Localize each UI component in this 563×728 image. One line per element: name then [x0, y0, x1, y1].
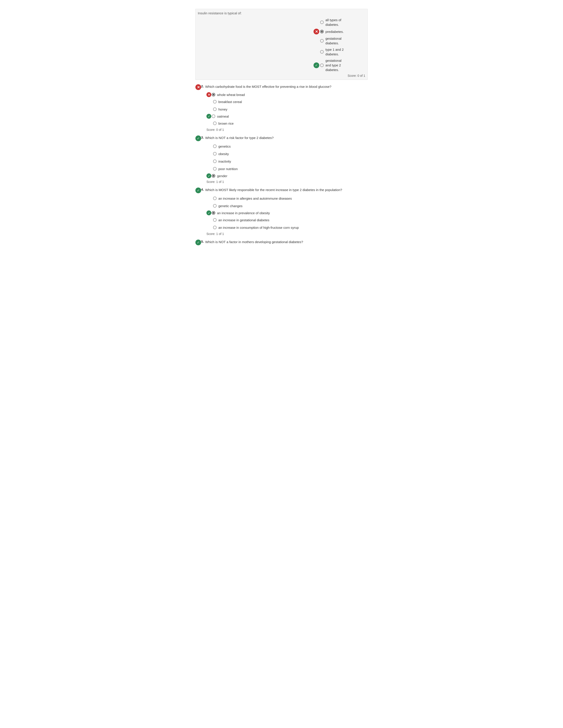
- q4-number: 4.: [201, 188, 204, 191]
- option-label: gender: [217, 174, 227, 178]
- radio-unselected[interactable]: [213, 107, 216, 111]
- option-row: inactivity: [206, 158, 368, 164]
- question-4-block: ✓ 4. Which is MOST likely responsible fo…: [195, 188, 368, 236]
- option-row: ✓ oatmeal: [206, 114, 368, 119]
- option-label: gestationaland type 2diabetes.: [326, 58, 365, 72]
- spacer: [206, 151, 212, 157]
- top-question-section: Insulin resistance is typical of: all ty…: [195, 9, 368, 80]
- radio-selected[interactable]: [320, 30, 324, 33]
- option-label: honey: [218, 107, 227, 112]
- question-4-header: ✓ 4. Which is MOST likely responsible fo…: [195, 188, 368, 193]
- radio-selected[interactable]: [212, 211, 215, 215]
- option-label: an increase in gestational diabetes: [218, 218, 269, 222]
- option-row: obesity: [206, 151, 368, 157]
- radio-unselected[interactable]: [212, 114, 215, 118]
- spacer: [206, 158, 212, 164]
- spacer: [314, 38, 319, 44]
- wrong-icon: ✕: [206, 92, 211, 97]
- radio-unselected[interactable]: [213, 122, 216, 125]
- option-label: an increase in consumption of high-fruct…: [218, 225, 299, 230]
- option-label: brown rice: [218, 121, 233, 126]
- top-option-row: gestationaldiabetes.: [198, 36, 365, 45]
- radio-unselected[interactable]: [320, 21, 324, 24]
- option-label: an increase in prevalence of obesity: [217, 211, 270, 215]
- radio-unselected[interactable]: [320, 50, 324, 54]
- question-5-block: ✓ 5. Which is NOT a factor in mothers de…: [195, 240, 368, 245]
- q3-options: genetics obesity inactivity poor nutriti…: [206, 143, 368, 178]
- question-2-block: ✕ 2. Which carbohydrate food is the MOST…: [195, 84, 368, 131]
- option-label: poor nutrition: [218, 167, 238, 171]
- wrong-icon: ✕: [314, 29, 319, 34]
- option-row: genetics: [206, 143, 368, 149]
- spacer: [206, 225, 212, 230]
- option-label: inactivity: [218, 159, 231, 164]
- question-3-header: ✓ 3. Which is NOT a risk factor for type…: [195, 135, 368, 141]
- top-score: Score: 0 of 1: [198, 74, 365, 77]
- option-label: an increase in allergies and autoimmune …: [218, 196, 292, 201]
- q3-text: Which is NOT a risk factor for type 2 di…: [205, 135, 368, 141]
- top-option-row: ✓ gestationaland type 2diabetes.: [198, 58, 365, 72]
- q3-number: 3.: [201, 135, 204, 139]
- correct-icon: ✓: [314, 62, 319, 68]
- option-label: oatmeal: [217, 114, 229, 119]
- q5-status-icon: ✓: [195, 240, 201, 245]
- spacer: [206, 203, 212, 209]
- q5-text: Which is NOT a factor in mothers develop…: [205, 240, 368, 245]
- q4-text: Which is MOST likely responsible for the…: [205, 188, 368, 193]
- radio-unselected[interactable]: [213, 144, 216, 148]
- radio-selected[interactable]: [212, 174, 215, 178]
- q4-score: Score: 1 of 1: [206, 232, 368, 236]
- spacer: [206, 217, 212, 223]
- q2-score: Score: 0 of 1: [206, 128, 368, 131]
- spacer: [206, 195, 212, 201]
- option-row: poor nutrition: [206, 166, 368, 172]
- radio-unselected[interactable]: [213, 218, 216, 222]
- correct-icon: ✓: [206, 210, 211, 215]
- question-2-header: ✕ 2. Which carbohydrate food is the MOST…: [195, 84, 368, 90]
- option-row: breakfast cereal: [206, 99, 368, 105]
- spacer: [206, 99, 212, 105]
- option-label: gestationaldiabetes.: [326, 36, 365, 45]
- question-5-header: ✓ 5. Which is NOT a factor in mothers de…: [195, 240, 368, 245]
- q2-number: 2.: [201, 84, 204, 88]
- option-row: ✕ whole wheat bread: [206, 92, 368, 97]
- radio-unselected[interactable]: [213, 152, 216, 156]
- q4-status-icon: ✓: [195, 188, 201, 193]
- radio-unselected[interactable]: [213, 204, 216, 208]
- option-label: obesity: [218, 152, 229, 156]
- correct-icon: ✓: [206, 114, 211, 119]
- option-row: honey: [206, 106, 368, 112]
- radio-unselected[interactable]: [213, 197, 216, 200]
- option-row: an increase in consumption of high-fruct…: [206, 225, 368, 230]
- spacer: [206, 143, 212, 149]
- spacer: [206, 120, 212, 126]
- radio-unselected[interactable]: [213, 159, 216, 163]
- q2-options: ✕ whole wheat bread breakfast cereal hon…: [206, 92, 368, 126]
- top-option-row: type 1 and 2diabetes.: [198, 47, 365, 56]
- option-row: ✓ an increase in prevalence of obesity: [206, 210, 368, 215]
- option-label: breakfast cereal: [218, 99, 242, 104]
- question-3-block: ✓ 3. Which is NOT a risk factor for type…: [195, 135, 368, 184]
- top-options-list: all types ofdiabetes. ✕ prediabetes. ges…: [198, 18, 365, 77]
- spacer: [314, 49, 319, 55]
- spacer: [206, 106, 212, 112]
- q3-status-icon: ✓: [195, 135, 201, 141]
- correct-icon: ✓: [206, 173, 211, 178]
- radio-unselected[interactable]: [320, 39, 324, 43]
- q2-text: Which carbohydrate food is the MOST effe…: [205, 84, 368, 89]
- option-row: genetic changes: [206, 203, 368, 209]
- option-label: genetics: [218, 144, 231, 149]
- radio-unselected[interactable]: [213, 167, 216, 171]
- option-label: genetic changes: [218, 204, 242, 208]
- option-label: whole wheat bread: [217, 92, 245, 97]
- option-label: all types ofdiabetes.: [326, 18, 365, 27]
- option-row: an increase in allergies and autoimmune …: [206, 195, 368, 201]
- option-row: brown rice: [206, 120, 368, 126]
- radio-unselected[interactable]: [320, 64, 324, 67]
- spacer: [206, 166, 212, 172]
- option-row: an increase in gestational diabetes: [206, 217, 368, 223]
- radio-unselected[interactable]: [213, 100, 216, 103]
- top-question-text: Insulin resistance is typical of:: [198, 11, 365, 15]
- radio-unselected[interactable]: [213, 226, 216, 229]
- radio-selected[interactable]: [212, 93, 215, 96]
